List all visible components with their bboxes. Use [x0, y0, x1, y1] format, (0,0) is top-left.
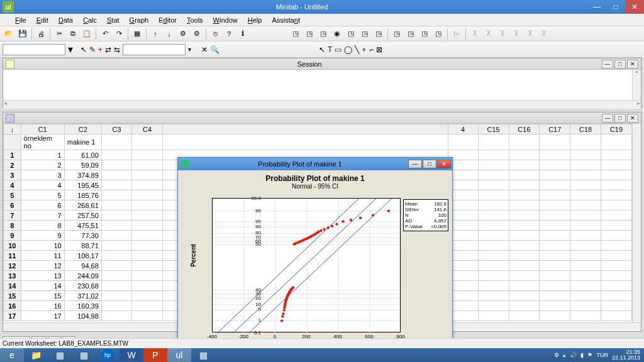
print-icon[interactable]: 🖨	[35, 28, 47, 40]
clear-icon[interactable]: ✕	[201, 45, 208, 54]
stat-tool3-icon[interactable]: ⊼	[496, 28, 509, 40]
taskbar-app3-icon[interactable]: ▦	[191, 348, 215, 362]
graph-tool-icon[interactable]: ◳	[289, 28, 302, 40]
cancel-icon[interactable]: ⦸	[209, 28, 221, 40]
tray-sound-icon[interactable]: 🔊	[570, 352, 577, 358]
tray-up-icon[interactable]: ▴	[563, 352, 566, 358]
session-scroll-v[interactable]: ^	[632, 70, 641, 100]
tray-flag-icon[interactable]: ⚑	[587, 352, 592, 358]
combo1-input[interactable]	[3, 44, 65, 55]
graph-tool11-icon[interactable]: ◳	[432, 28, 445, 40]
dot-tool-icon[interactable]: ∘	[362, 45, 367, 54]
graph-tool2-icon[interactable]: ◳	[303, 28, 316, 40]
circle-tool-icon[interactable]: ◯	[344, 45, 352, 54]
menubar: File Edit Data Calc Stat Graph Editor To…	[0, 14, 644, 26]
tray-icon[interactable]: ⚙	[554, 352, 559, 358]
line-tool-icon[interactable]: ╲	[355, 45, 359, 54]
arrow-down-icon[interactable]: ↓	[163, 28, 175, 40]
plus-icon[interactable]: +	[98, 45, 103, 54]
menu-help[interactable]: Help	[243, 16, 267, 24]
copy-icon[interactable]: ⧉	[67, 28, 79, 40]
menu-assistant[interactable]: Assistant	[267, 16, 305, 24]
session-max-button[interactable]: □	[614, 60, 626, 69]
cut-icon[interactable]: ✂	[53, 28, 65, 40]
rect-tool-icon[interactable]: ▭	[335, 45, 341, 54]
menu-file[interactable]: File	[10, 16, 31, 24]
polyline-tool-icon[interactable]: ⌐	[369, 45, 374, 54]
graph-tool10-icon[interactable]: ◳	[418, 28, 431, 40]
folder-icon[interactable]: ▾	[68, 43, 73, 55]
stat-tool2-icon[interactable]: ⊼	[482, 28, 495, 40]
tool2-icon[interactable]: ⚙	[177, 28, 189, 40]
stat-tool6-icon[interactable]: ⊼	[538, 28, 550, 40]
nav-icon[interactable]: ⇄	[105, 45, 111, 54]
session-icon	[6, 60, 14, 69]
info-icon[interactable]: ℹ	[236, 28, 249, 40]
combo2-input[interactable]	[123, 44, 186, 55]
text-tool-pointer-icon[interactable]: ↖	[319, 45, 325, 54]
tray-clock[interactable]: 21:35 22.11.2013	[612, 349, 640, 361]
menu-edit[interactable]: Edit	[31, 16, 53, 24]
menu-data[interactable]: Data	[53, 16, 78, 24]
menu-tools[interactable]: Tools	[182, 16, 208, 24]
menu-calc[interactable]: Calc	[78, 16, 102, 24]
help-icon[interactable]: ?	[223, 28, 235, 40]
close-button[interactable]: ✕	[625, 0, 644, 14]
session-min-button[interactable]: —	[602, 60, 613, 69]
taskbar-ppt-icon[interactable]: P	[143, 348, 167, 362]
taskbar-app1-icon[interactable]: ▦	[48, 348, 72, 362]
session-close-button[interactable]: ✕	[627, 60, 638, 69]
menu-window[interactable]: Window	[208, 16, 243, 24]
taskbar-word-icon[interactable]: W	[119, 348, 143, 362]
tool-icon[interactable]: ▦	[131, 28, 143, 40]
stat-tool-icon[interactable]: ⊼	[469, 28, 481, 40]
minimize-button[interactable]: —	[587, 0, 606, 14]
taskbar-ie-icon[interactable]: e	[0, 348, 24, 362]
session-scroll-h[interactable]: <>	[3, 100, 641, 109]
taskbar-explorer-icon[interactable]: 📁	[24, 348, 48, 362]
paste-icon[interactable]: 📋	[80, 28, 93, 40]
graph-tool8-icon[interactable]: ◳	[391, 28, 403, 40]
graph-tool7-icon[interactable]: ◳	[372, 28, 385, 40]
tray-lang[interactable]: TUR	[596, 352, 608, 358]
redo-icon[interactable]: ↷	[113, 28, 125, 40]
graph-tool3-icon[interactable]: ◳	[317, 28, 330, 40]
graph-tool4-icon[interactable]: ◉	[331, 28, 343, 40]
pencil-icon[interactable]: ✎	[89, 45, 96, 54]
open-icon[interactable]: 📂	[3, 28, 15, 40]
menu-stat[interactable]: Stat	[102, 16, 125, 24]
taskbar-minitab-icon[interactable]: ul	[167, 348, 191, 362]
worksheet-max-button[interactable]: □	[614, 114, 626, 123]
arrow-up-icon[interactable]: ↑	[149, 28, 162, 40]
tool3-icon[interactable]: ⚙	[191, 28, 203, 40]
session-window: Session — □ ✕ ^ <>	[3, 58, 641, 108]
stat-tool4-icon[interactable]: ⊼	[510, 28, 523, 40]
taskbar-app2-icon[interactable]: ▦	[72, 348, 96, 362]
stat-tool5-icon[interactable]: ⊼	[524, 28, 536, 40]
nav2-icon[interactable]: ⇆	[114, 45, 120, 54]
graph-tool5-icon[interactable]: ◳	[345, 28, 357, 40]
graph-tool6-icon[interactable]: ◳	[358, 28, 371, 40]
menu-graph[interactable]: Graph	[125, 16, 154, 24]
undo-icon[interactable]: ↶	[99, 28, 111, 40]
worksheet-min-button[interactable]: —	[602, 114, 613, 123]
text-tool-icon[interactable]: T	[328, 45, 332, 54]
plot-window[interactable]: Probability Plot of makine 1 — □ ✕ Proba…	[177, 157, 453, 353]
plot-min-button[interactable]: —	[408, 160, 422, 168]
menu-editor[interactable]: Editor	[153, 16, 182, 24]
pointer-icon[interactable]: ↖	[80, 45, 87, 54]
combo2-dropdown-icon[interactable]: ▾	[188, 46, 191, 53]
search-icon[interactable]: 🔍	[210, 45, 219, 54]
marker-tool-icon[interactable]: ⊠	[376, 45, 382, 54]
worksheet-close-button[interactable]: ✕	[627, 114, 638, 123]
maximize-button[interactable]: □	[606, 0, 625, 14]
plot-max-button[interactable]: □	[423, 160, 436, 168]
svg-point-71	[350, 219, 352, 221]
taskbar-hp-icon[interactable]: hp	[101, 349, 114, 361]
worksheet-scroll-v[interactable]	[632, 124, 641, 322]
tray-net-icon[interactable]: ▮	[580, 352, 584, 358]
fx-icon[interactable]: f×	[450, 28, 463, 40]
save-icon[interactable]: 💾	[16, 28, 29, 40]
plot-close-button[interactable]: ✕	[437, 160, 451, 168]
graph-tool9-icon[interactable]: ◳	[404, 28, 417, 40]
